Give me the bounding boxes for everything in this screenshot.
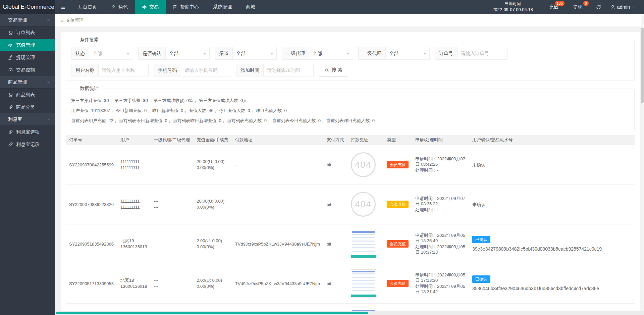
sidebar-item-3-1[interactable]: 利息宝选项: [0, 126, 55, 138]
search-button[interactable]: 搜 索: [319, 64, 348, 76]
order-number-input[interactable]: [457, 47, 507, 60]
column-header: 支付方式: [323, 135, 347, 145]
thumbnail-content-lines: [352, 234, 375, 254]
nav-item-label: 角色: [118, 4, 128, 10]
cell-agents-line2: ---: [154, 244, 190, 250]
cell-amount-fee: 2.00(U: 0.00)0.00(0%): [193, 224, 232, 264]
sidebar-item-1-2[interactable]: 充值管理: [0, 39, 55, 51]
horizontal-scrollbar[interactable]: [55, 311, 644, 315]
type-badge: 会员升级: [387, 201, 409, 208]
topbar: Global E-Commerce... 后台首页角色交易帮助中心系统管理商城 …: [0, 0, 644, 14]
add-time-input[interactable]: [263, 64, 314, 76]
table-row: SY2209070842255599111111111111111111----…: [66, 145, 635, 185]
phone-input[interactable]: [181, 64, 231, 76]
cell-user-line1: 111111111: [120, 199, 147, 204]
thumbnail-footer-bar: [351, 255, 376, 258]
sidebar-item-1-3[interactable]: 提现管理: [0, 51, 55, 64]
cell-empty: [193, 303, 232, 311]
column-header: 用户确认/交易流水号: [469, 135, 635, 145]
nav-item-label: 后台首页: [78, 4, 97, 10]
filter-label: 二级代理: [358, 47, 385, 60]
chevron-down-icon: [47, 80, 51, 84]
cell-apply-process-time-line1: 申请时间：2022年09月05日 17:13:30: [415, 272, 466, 283]
sidebar-group-3[interactable]: 利息宝: [0, 113, 55, 126]
sidebar-item-1-1[interactable]: 订单列表: [0, 27, 55, 39]
username-input[interactable]: [98, 64, 149, 76]
vertical-scrollbar-thumb[interactable]: [641, 28, 644, 103]
withdraw-notice-button[interactable]: 提现 0: [567, 0, 591, 14]
nav-item-3[interactable]: 交易: [135, 0, 166, 14]
filter-select[interactable]: 全部: [232, 47, 277, 60]
order-number-label: 订单号: [435, 47, 457, 60]
proof-image-thumbnail[interactable]: [351, 230, 376, 258]
user-menu[interactable]: admin: [606, 0, 644, 14]
sidebar-item-label: 商品分类: [16, 104, 35, 110]
thumbnail-header-bar: [352, 310, 375, 311]
sidebar-group-1[interactable]: 交易管理: [0, 14, 55, 27]
cell-empty: [151, 303, 194, 311]
withdraw-notice-label: 提现: [573, 4, 583, 10]
phone-filter-label: 手机号码: [154, 64, 181, 76]
cell-user-confirm: 未确认: [469, 145, 635, 185]
search-row-1: 状态全部是否确认全部渠道全部一级代理全部二级代理全部 订单号: [71, 47, 629, 60]
cell-payment-proof: 404: [347, 145, 384, 185]
cell-empty: [323, 303, 347, 311]
confirmed-badge: 已确认: [472, 275, 490, 283]
filter-label: 一级代理: [282, 47, 309, 60]
proof-image-thumbnail[interactable]: [351, 269, 376, 298]
filter-select[interactable]: 全部: [385, 47, 430, 60]
search-fieldset: 条件搜索 状态全部是否确认全部渠道全部一级代理全部二级代理全部 订单号 用户名称…: [66, 37, 635, 81]
search-legend: 条件搜索: [77, 37, 101, 43]
app-logo: Global E-Commerce...: [0, 0, 55, 14]
refresh-icon: [596, 5, 601, 10]
proof-404-placeholder: 404: [351, 152, 376, 177]
cell-user-line2: 111111111: [120, 205, 147, 210]
cell-agents-line2: ---: [154, 165, 190, 170]
add-time-label: 添加时间: [236, 64, 263, 76]
transaction-hash: 39e3e34279809b3482fc5bbf30d03033b5eacb92…: [472, 246, 631, 252]
search-icon: [324, 68, 329, 72]
cell-user: 北冥1813600136018: [117, 264, 151, 303]
type-badge: 会员充值: [387, 280, 409, 287]
cell-empty: [117, 303, 151, 311]
sidebar-item-2-2[interactable]: 商品分类: [0, 101, 55, 113]
nav-item-4[interactable]: 帮助中心: [166, 0, 206, 14]
filter-select[interactable]: 全部: [309, 47, 353, 60]
cell-apply-process-time: 申请时间：2022年09月05日 18:35:49处理时间：2022年09月05…: [412, 224, 469, 264]
sidebar-item-2-1[interactable]: 商品列表: [0, 89, 55, 101]
nav-item-5[interactable]: 系统管理: [206, 0, 239, 14]
table-row: SY2209051713309053北冥1813600136018------2…: [66, 264, 635, 303]
stats-fieldset: 数据统计 第三方累计充值: $0， 第三方手续费: $0， 第三方成功收款: 0…: [66, 86, 635, 130]
nav-item-6[interactable]: 商城: [239, 0, 262, 14]
table-row: SY2209070836223326111111111111111111----…: [66, 185, 635, 224]
filter-select[interactable]: 全部: [89, 47, 133, 60]
nav-item-1[interactable]: 后台首页: [71, 0, 104, 14]
recharge-notice-button[interactable]: 充值 135: [543, 0, 567, 14]
sidebar-item-3-2[interactable]: 利息宝记录: [0, 138, 55, 151]
sidebar-toggle-button[interactable]: [55, 0, 71, 14]
cell-type: 会员升级: [384, 185, 412, 224]
vertical-scrollbar[interactable]: [641, 14, 644, 311]
refresh-button[interactable]: [591, 0, 606, 14]
nav-item-2[interactable]: 角色: [104, 0, 135, 14]
sidebar-item-label: 订单列表: [16, 30, 35, 36]
stats-line-1: 第三方累计充值: $0， 第三方手续费: $0， 第三方成功收款: 0笔， 第三…: [71, 96, 629, 106]
sidebar-item-1-4[interactable]: 交易控制: [0, 64, 55, 76]
thumbnail-header-bar: [352, 271, 375, 272]
proof-image-thumbnail[interactable]: [351, 309, 376, 311]
horizontal-scrollbar-thumb[interactable]: [56, 312, 368, 314]
caret-down-icon: [270, 53, 273, 55]
filter-5: 二级代理全部: [358, 47, 430, 60]
cell-user-line1: 北冥19: [120, 238, 147, 244]
person-icon: [111, 5, 116, 10]
scales-icon: [142, 5, 147, 10]
column-header: 订单号: [66, 135, 117, 145]
filter-select[interactable]: 全部: [165, 47, 210, 60]
sidebar-item-label: 充值管理: [16, 42, 35, 48]
filter-label: 状态: [71, 47, 89, 60]
cell-order-number: SY2209070836223326: [66, 185, 117, 224]
link-icon: [8, 105, 13, 110]
sidebar-item-label: 提现管理: [16, 55, 35, 61]
sidebar-group-2[interactable]: 商品管理: [0, 76, 55, 89]
cell-type: 会员充值: [384, 224, 412, 264]
